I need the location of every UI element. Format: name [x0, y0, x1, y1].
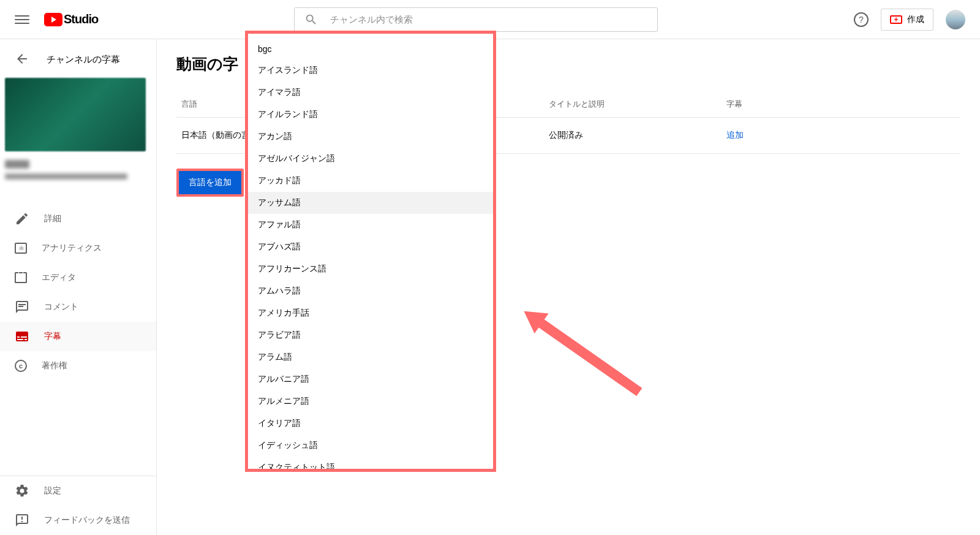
header-actions: ? 作成 — [854, 9, 965, 31]
search-wrap — [98, 7, 854, 32]
create-label: 作成 — [907, 14, 924, 25]
create-icon — [890, 15, 902, 24]
language-option[interactable]: アッサム語 — [248, 192, 493, 211]
sidebar: チャンネルの字幕 詳細 ılı アナリティクス エディタ コメント 字幕 c 著… — [0, 39, 157, 211]
help-button[interactable]: ? — [854, 12, 869, 27]
search-input[interactable] — [330, 14, 647, 25]
language-option[interactable]: アカン語 — [248, 126, 493, 148]
add-language-button[interactable]: 言語を追加 — [176, 169, 244, 197]
back-title: チャンネルの字幕 — [47, 54, 120, 66]
language-option[interactable]: bgc — [248, 39, 493, 59]
row-title-status: 公開済み — [549, 130, 726, 141]
youtube-icon — [44, 13, 62, 26]
language-option[interactable]: アイスランド語 — [248, 59, 493, 82]
add-subtitle-link[interactable]: 追加 — [726, 130, 956, 141]
language-option[interactable]: アッカド語 — [248, 170, 493, 192]
studio-logo[interactable]: Studio — [44, 12, 98, 26]
logo-text: Studio — [64, 12, 98, 26]
video-thumbnail[interactable] — [5, 78, 151, 151]
search-box[interactable] — [294, 7, 658, 32]
nav-details[interactable]: 詳細 — [0, 204, 156, 211]
language-option[interactable]: アイルランド語 — [248, 104, 493, 126]
create-button[interactable]: 作成 — [881, 9, 933, 31]
back-button[interactable] — [15, 51, 29, 68]
arrow-left-icon — [15, 51, 29, 66]
language-dropdown: bgcアイスランド語アイマラ語アイルランド語アカン語アゼルバイジャン語アッカド語… — [245, 31, 496, 211]
col-subtitle: 字幕 — [726, 99, 956, 110]
col-title-desc: タイトルと説明 — [549, 99, 726, 110]
language-option[interactable]: アイマラ語 — [248, 82, 493, 104]
sidebar-nav: 詳細 ılı アナリティクス エディタ コメント 字幕 c 著作権 — [0, 204, 156, 211]
language-option[interactable]: アゼルバイジャン語 — [248, 148, 493, 170]
back-row: チャンネルの字幕 — [0, 39, 156, 75]
video-meta — [0, 154, 156, 186]
language-list[interactable]: bgcアイスランド語アイマラ語アイルランド語アカン語アゼルバイジャン語アッカド語… — [248, 34, 493, 211]
search-icon — [304, 13, 318, 26]
menu-button[interactable] — [15, 12, 29, 27]
avatar[interactable] — [946, 10, 965, 29]
